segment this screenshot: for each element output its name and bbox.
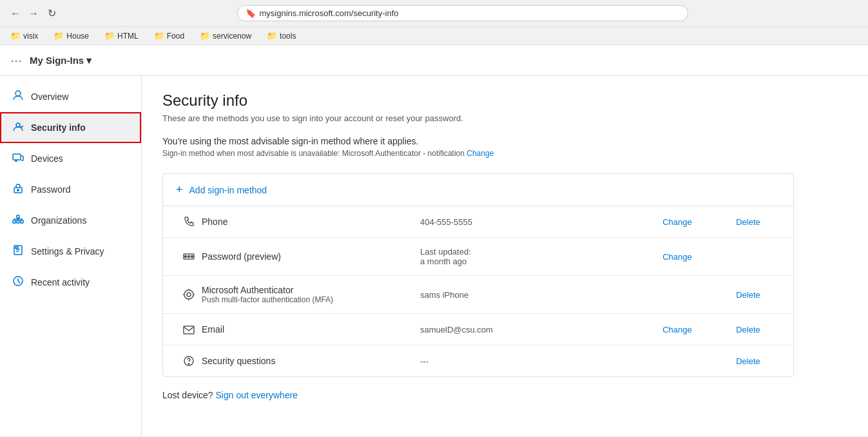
app-title-text: My Sign-Ins [30,55,84,66]
sidebar-item-devices[interactable]: Devices [0,143,141,174]
bookmark-food[interactable]: 📁Food [151,30,187,42]
bookmark-label: HTML [117,32,139,41]
grid-icon[interactable]: ⋯ [10,53,22,68]
method-delete-authenticator[interactable]: Delete [736,290,760,300]
sidebar-label: Recent activity [31,277,90,287]
sidebar-item-security-info[interactable]: Security info [0,112,141,143]
method-name-col-password: Password (preview) [202,251,420,262]
method-delete-security-questions[interactable]: Delete [736,356,760,366]
advisable-notice: You're using the most advisable sign-in … [162,136,847,146]
method-value: 404-555-5555 [420,217,472,227]
method-value: samuelD@csu.com [420,325,493,335]
methods-list: Phone 404-555-5555 Change Delete Passwor… [163,206,793,376]
svg-rect-8 [17,215,19,218]
bookmark-house[interactable]: 📁House [51,30,92,42]
folder-icon: 📁 [200,31,210,41]
password-icon [12,182,24,197]
method-value-col-password: Last updated:a month ago [420,247,639,266]
folder-icon: 📁 [267,31,277,41]
lost-device-section: Lost device? Sign out everywhere [162,390,847,400]
method-row-security-questions: Security questions --- Delete [163,345,793,376]
method-change-phone[interactable]: Change [662,217,692,227]
app-title[interactable]: My Sign-Ins ▾ [30,55,92,66]
method-change-password[interactable]: Change [662,252,692,262]
security-info-icon [12,120,24,135]
sidebar-item-settings-privacy[interactable]: Settings & Privacy [0,236,141,267]
sidebar-item-overview[interactable]: Overview [0,81,141,112]
method-delete-phone[interactable]: Delete [736,217,760,227]
sidebar-item-recent-activity[interactable]: Recent activity [0,267,141,298]
folder-icon: 📁 [10,31,21,41]
add-method-label: Add sign-in method [189,185,267,195]
add-method-button[interactable]: + Add sign-in method [163,174,793,206]
settings-privacy-icon [12,244,24,259]
organizations-icon [12,213,24,228]
sidebar-item-organizations[interactable]: Organizations [0,205,141,236]
browser-toolbar: ← → ↻ 🔖 mysignins.microsoft.com/security… [0,0,868,26]
sidebar: Overview Security info Devices Password … [0,76,142,436]
recent-activity-icon [12,275,24,290]
sidebar-label: Security info [31,122,86,133]
nav-buttons: ← → ↻ [8,6,59,21]
method-change-email[interactable]: Change [662,325,692,335]
bookmark-icon: 🔖 [246,8,256,18]
method-value-line1: Last updated: [420,247,639,257]
svg-rect-10 [15,247,18,249]
sign-out-everywhere-link[interactable]: Sign out everywhere [216,390,298,400]
url-text: mysignins.microsoft.com/security-info [260,8,399,18]
main-layout: Overview Security info Devices Password … [0,76,868,436]
devices-icon [12,151,24,166]
bookmark-label: servicenow [213,32,251,41]
method-value: --- [420,356,429,366]
bookmark-tools[interactable]: 📁tools [264,30,298,42]
method-row-email: Email samuelD@csu.com Change Delete [163,314,793,345]
sidebar-label: Settings & Privacy [31,246,104,257]
bookmark-label: House [66,32,89,41]
sidebar-label: Password [31,184,70,195]
svg-rect-7 [21,220,23,223]
svg-rect-22 [184,326,194,334]
sidebar-label: Overview [31,92,68,102]
method-value-col-authenticator: sams iPhone [420,290,639,300]
method-row-phone: Phone 404-555-5555 Change Delete [163,206,793,238]
question-icon [176,354,202,367]
sign-in-method-note: Sign-in method when most advisable is un… [162,149,847,158]
folder-icon: 📁 [53,31,64,41]
bookmark-label: Food [167,32,184,41]
authenticator-icon [176,288,202,301]
sidebar-label: Organizations [31,215,86,226]
method-delete-email[interactable]: Delete [736,325,760,335]
sidebar-item-password[interactable]: Password [0,174,141,205]
method-action1-col-password: Change [639,251,716,262]
method-name-password: Password (preview) [202,251,420,262]
svg-point-4 [17,189,19,191]
method-name-authenticator: Microsoft Authenticator [202,285,420,295]
svg-point-12 [185,256,187,258]
page-title: Security info [162,92,847,110]
method-action2-col-authenticator: Delete [716,289,780,300]
bookmark-html[interactable]: 📁HTML [102,30,141,42]
reload-button[interactable]: ↻ [44,6,59,21]
bookmark-servicenow[interactable]: 📁servicenow [197,30,254,42]
change-sign-in-method-link[interactable]: Change [467,149,494,158]
method-row-password: Password (preview) Last updated:a month … [163,238,793,276]
overview-icon [12,89,24,104]
back-button[interactable]: ← [8,6,23,21]
method-action1-col-phone: Change [639,217,716,227]
method-row-authenticator: Microsoft Authenticator Push multi-facto… [163,276,793,314]
method-action2-col-email: Delete [716,324,780,335]
method-value-col-security-questions: --- [420,356,639,366]
method-name-security-questions: Security questions [202,356,420,366]
method-value-col-phone: 404-555-5555 [420,217,639,227]
method-name-col-email: Email [202,324,420,335]
method-value-line2: a month ago [420,257,639,266]
method-value-col-email: samuelD@csu.com [420,325,639,335]
svg-rect-5 [13,220,15,223]
lost-device-text: Lost device? [162,390,213,400]
address-bar[interactable]: 🔖 mysignins.microsoft.com/security-info [237,5,688,21]
plus-icon: + [176,183,183,197]
bookmark-visix[interactable]: 📁visix [8,30,41,42]
method-name-col-phone: Phone [202,217,420,227]
forward-button[interactable]: → [26,6,41,21]
method-action2-col-security-questions: Delete [716,356,780,366]
